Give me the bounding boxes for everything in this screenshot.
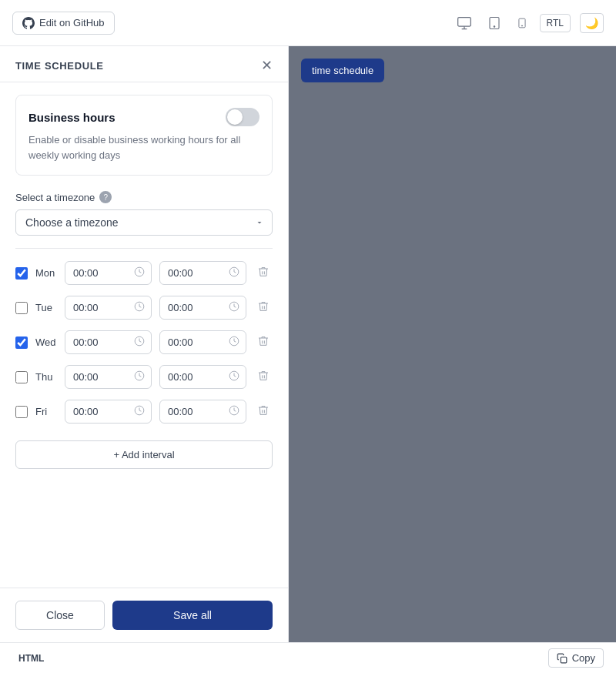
end-clock-icon-fri[interactable]: [223, 405, 246, 418]
bottom-bar: HTML Copy: [0, 642, 616, 673]
start-time-wrap-fri: [65, 400, 152, 424]
schedule-row-wed: Wed: [15, 330, 273, 354]
copy-icon: [557, 653, 567, 664]
checkbox-mon[interactable]: [15, 267, 28, 280]
top-bar: Edit on GitHub RTL 🌙: [0, 0, 616, 46]
panel-title: TIME SCHEDULE: [15, 60, 104, 72]
start-time-wrap-thu: [65, 365, 152, 389]
section-divider: [15, 248, 273, 249]
add-interval-button[interactable]: + Add interval: [15, 440, 273, 469]
time-schedule-tab-button[interactable]: time schedule: [301, 59, 384, 82]
timezone-label: Select a timezone ?: [15, 191, 273, 203]
mobile-icon: [517, 15, 527, 31]
mobile-icon-btn[interactable]: [514, 12, 531, 34]
save-all-button[interactable]: Save all: [112, 601, 273, 630]
start-time-wrap-wed: [65, 330, 152, 354]
start-time-wrap-tue: [65, 296, 152, 320]
end-time-thu[interactable]: [160, 366, 223, 388]
schedule-row-thu: Thu: [15, 365, 273, 389]
timezone-select[interactable]: Choose a timezone: [15, 209, 273, 236]
timezone-section: Select a timezone ? Choose a timezone: [15, 191, 273, 236]
checkbox-wed[interactable]: [15, 336, 28, 349]
panel-close-button[interactable]: ✕: [261, 59, 273, 72]
svg-point-2: [494, 25, 495, 27]
end-clock-icon-thu[interactable]: [223, 370, 246, 383]
checkbox-thu[interactable]: [15, 371, 28, 383]
copy-button[interactable]: Copy: [548, 648, 604, 668]
right-panel: time schedule: [289, 46, 616, 642]
start-time-wrap-mon: [65, 261, 152, 285]
delete-wed-button[interactable]: [254, 332, 273, 353]
svg-rect-15: [561, 657, 567, 663]
business-hours-card: Business hours Enable or disable busines…: [15, 95, 273, 176]
start-time-wed[interactable]: [65, 331, 128, 353]
end-time-tue[interactable]: [160, 296, 223, 319]
schedule-rows: MonTueWedThuFri: [15, 261, 273, 424]
day-label-fri: Fri: [35, 406, 57, 417]
delete-mon-button[interactable]: [254, 263, 273, 284]
toggle-thumb: [227, 109, 243, 125]
start-time-thu[interactable]: [65, 366, 128, 388]
help-icon[interactable]: ?: [99, 191, 112, 203]
start-clock-icon-thu[interactable]: [128, 370, 151, 383]
desktop-icon: [457, 15, 472, 31]
schedule-row-tue: Tue: [15, 296, 273, 320]
tablet-icon: [487, 15, 501, 31]
day-label-mon: Mon: [35, 267, 57, 279]
end-time-mon[interactable]: [160, 262, 223, 284]
github-button[interactable]: Edit on GitHub: [12, 12, 115, 35]
github-label: Edit on GitHub: [39, 17, 105, 28]
end-clock-icon-wed[interactable]: [223, 336, 246, 349]
start-clock-icon-mon[interactable]: [128, 266, 151, 280]
end-time-wrap-thu: [159, 365, 246, 389]
checkbox-tue[interactable]: [15, 302, 28, 314]
dark-mode-button[interactable]: 🌙: [580, 13, 604, 33]
github-icon: [22, 17, 35, 29]
svg-rect-0: [457, 17, 470, 26]
day-label-wed: Wed: [35, 336, 57, 348]
desktop-icon-btn[interactable]: [454, 12, 475, 34]
start-time-fri[interactable]: [65, 400, 128, 423]
panel-header: TIME SCHEDULE ✕: [0, 46, 288, 82]
schedule-row-fri: Fri: [15, 400, 273, 424]
tablet-icon-btn[interactable]: [484, 12, 504, 34]
toggle-track: [226, 108, 259, 126]
delete-thu-button[interactable]: [254, 367, 273, 388]
end-time-wrap-mon: [159, 261, 246, 285]
start-clock-icon-tue[interactable]: [128, 301, 151, 314]
business-hours-toggle[interactable]: [226, 108, 259, 126]
start-time-mon[interactable]: [65, 262, 128, 284]
business-hours-description: Enable or disable business working hours…: [28, 132, 259, 162]
start-clock-icon-wed[interactable]: [128, 336, 151, 349]
end-time-wrap-fri: [159, 400, 246, 424]
end-time-wed[interactable]: [160, 331, 223, 353]
panel-footer: Close Save all: [0, 588, 288, 642]
end-time-wrap-wed: [159, 330, 246, 354]
top-bar-icons: RTL 🌙: [454, 12, 604, 34]
end-time-fri[interactable]: [160, 400, 223, 423]
business-hours-title: Business hours: [28, 111, 116, 124]
end-time-wrap-tue: [159, 296, 246, 320]
rtl-button[interactable]: RTL: [540, 14, 571, 32]
html-tab[interactable]: HTML: [12, 650, 50, 667]
end-clock-icon-tue[interactable]: [223, 301, 246, 314]
start-clock-icon-fri[interactable]: [128, 405, 151, 418]
start-time-tue[interactable]: [65, 296, 128, 319]
time-schedule-panel: TIME SCHEDULE ✕ Business hours Enable or…: [0, 46, 289, 642]
delete-tue-button[interactable]: [254, 297, 273, 319]
panel-body: Business hours Enable or disable busines…: [0, 82, 288, 588]
schedule-row-mon: Mon: [15, 261, 273, 285]
svg-point-4: [521, 25, 522, 25]
close-button[interactable]: Close: [15, 601, 105, 630]
day-label-tue: Tue: [35, 302, 57, 313]
day-label-thu: Thu: [35, 371, 57, 383]
checkbox-fri[interactable]: [15, 406, 28, 418]
end-clock-icon-mon[interactable]: [223, 266, 246, 280]
main-content: TIME SCHEDULE ✕ Business hours Enable or…: [0, 46, 616, 642]
business-hours-header: Business hours: [28, 108, 259, 126]
delete-fri-button[interactable]: [254, 401, 273, 423]
